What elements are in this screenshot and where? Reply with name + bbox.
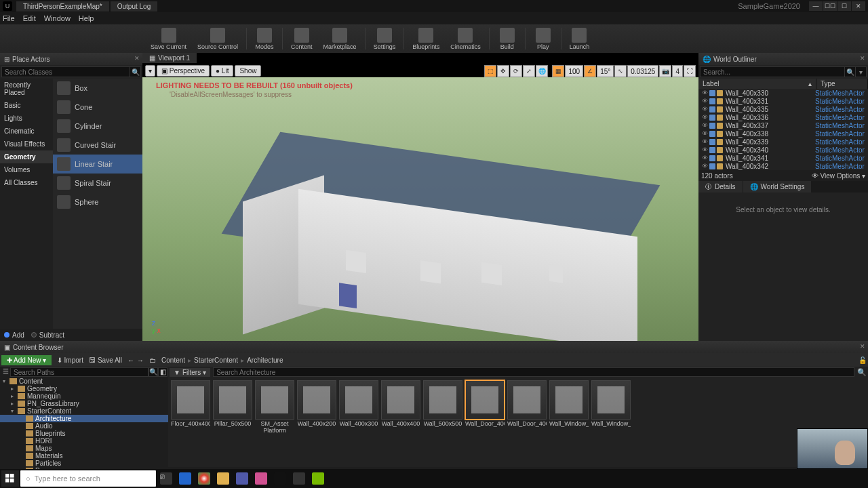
tree-maps[interactable]: Maps bbox=[0, 445, 168, 452]
visibility-icon[interactable]: 👁 bbox=[700, 155, 709, 161]
maximize-viewport-icon[interactable]: ⛶ bbox=[684, 65, 696, 77]
taskbar-explorer-icon[interactable] bbox=[214, 470, 232, 487]
tree-search[interactable] bbox=[10, 367, 149, 377]
tree-toggle-icon[interactable]: ☰ bbox=[1, 367, 10, 377]
actor-cone[interactable]: Cone bbox=[53, 98, 142, 117]
filters-button[interactable]: ▼Filters ▾ bbox=[170, 368, 210, 377]
asset-wall-window-400x300[interactable]: Wall_Window_400x300 bbox=[549, 380, 589, 464]
toolbar-launch[interactable]: Launch bbox=[564, 25, 595, 52]
category-all-classes[interactable]: All Classes bbox=[0, 176, 53, 189]
outliner-row[interactable]: 👁Wall_400x342StaticMeshActor bbox=[698, 162, 868, 170]
actor-cylinder[interactable]: Cylinder bbox=[53, 117, 142, 136]
asset-floor-400x400[interactable]: Floor_400x400 bbox=[171, 380, 210, 464]
pin-icon[interactable]: ✕ bbox=[860, 343, 865, 350]
toolbar-build[interactable]: Build bbox=[492, 25, 522, 52]
outliner-options-icon[interactable]: ▾ bbox=[856, 66, 867, 77]
visibility-icon[interactable]: 👁 bbox=[700, 130, 709, 137]
viewport-tab[interactable]: ▦ Viewport 1 bbox=[142, 53, 197, 63]
add-mode[interactable]: Add bbox=[12, 331, 24, 339]
actor-box[interactable]: Box bbox=[53, 79, 142, 98]
transform-rotate-icon[interactable]: ⟳ bbox=[510, 65, 522, 77]
viewport-3d-scene[interactable]: LIGHTING NEEDS TO BE REBUILT (160 unbuil… bbox=[142, 77, 698, 341]
minimize-button[interactable]: — bbox=[809, 1, 823, 11]
outliner-row[interactable]: 👁Wall_400x330StaticMeshActor bbox=[698, 89, 868, 97]
tab-details[interactable]: 🛈Details bbox=[698, 181, 743, 192]
transform-scale-icon[interactable]: ⤢ bbox=[523, 65, 535, 77]
viewport[interactable]: ▦ Viewport 1 ▾ ▣ Perspective ● Lit Show … bbox=[142, 53, 698, 341]
camera-speed-icon[interactable]: 📷 bbox=[659, 65, 671, 77]
actor-curved-stair[interactable]: Curved Stair bbox=[53, 136, 142, 155]
transform-move-icon[interactable]: ✥ bbox=[497, 65, 509, 77]
visibility-icon[interactable]: 👁 bbox=[700, 114, 709, 121]
search-icon[interactable]: 🔍 bbox=[845, 66, 856, 77]
toolbar-blueprints[interactable]: Blueprints bbox=[407, 25, 445, 52]
close-button[interactable]: ✕ bbox=[852, 1, 865, 11]
taskbar-search[interactable]: ○ Type here to search bbox=[20, 470, 156, 487]
start-button[interactable] bbox=[1, 470, 19, 487]
outliner-columns[interactable]: Label▴ Type bbox=[698, 79, 868, 89]
nav-back-icon[interactable]: ← bbox=[127, 357, 134, 364]
asset-wall-500x500[interactable]: Wall_500x500 bbox=[423, 380, 462, 464]
pin-icon[interactable]: ✕ bbox=[860, 55, 865, 62]
grid-snap-value[interactable]: 100 bbox=[565, 65, 583, 77]
visibility-icon[interactable]: 👁 bbox=[700, 146, 709, 153]
outliner-search[interactable] bbox=[700, 66, 845, 77]
asset-pillar-50x500[interactable]: Pillar_50x500 bbox=[213, 380, 252, 464]
asset-wall-400x300[interactable]: Wall_400x300 bbox=[339, 380, 378, 464]
editor-tab-output[interactable]: Output Log bbox=[111, 1, 157, 12]
camera-speed-value[interactable]: 4 bbox=[672, 65, 683, 77]
outliner-row[interactable]: 👁Wall_400x335StaticMeshActor bbox=[698, 105, 868, 113]
actor-sphere[interactable]: Sphere bbox=[53, 192, 142, 211]
outliner-row[interactable]: 👁Wall_400x338StaticMeshActor bbox=[698, 129, 868, 138]
category-volumes[interactable]: Volumes bbox=[0, 163, 53, 176]
category-recently-placed[interactable]: Recently Placed bbox=[0, 79, 53, 99]
asset-wall-400x400[interactable]: Wall_400x400 bbox=[381, 380, 420, 464]
taskbar-nvidia-icon[interactable] bbox=[309, 470, 327, 487]
expand-icon[interactable]: ▸ bbox=[11, 386, 18, 392]
transform-select-icon[interactable]: ⬚ bbox=[484, 65, 496, 77]
visibility-icon[interactable]: 👁 bbox=[700, 89, 709, 96]
toolbar-save-current[interactable]: Save Current bbox=[145, 25, 192, 52]
asset-wall-door-400x400[interactable]: Wall_Door_400x400 bbox=[507, 380, 547, 464]
expand-icon[interactable]: ▸ bbox=[11, 393, 18, 399]
outliner-row[interactable]: 👁Wall_400x341StaticMeshActor bbox=[698, 154, 868, 162]
taskbar-app3-icon[interactable] bbox=[290, 470, 308, 487]
editor-tab-map[interactable]: ThirdPersonExampleMap* bbox=[16, 1, 109, 12]
tree-content[interactable]: ▾Content bbox=[0, 378, 168, 385]
tree-mannequin[interactable]: ▸Mannequin bbox=[0, 392, 168, 400]
toolbar-cinematics[interactable]: Cinematics bbox=[445, 25, 486, 52]
tree-architecture[interactable]: Architecture bbox=[0, 415, 168, 422]
expand-icon[interactable]: ▾ bbox=[3, 378, 9, 384]
asset-search[interactable] bbox=[213, 367, 854, 377]
breadcrumb-content[interactable]: Content bbox=[161, 357, 185, 364]
search-icon[interactable]: 🔍 bbox=[149, 367, 158, 377]
add-new-button[interactable]: ✚ Add New ▾ bbox=[1, 355, 52, 365]
maximize-button[interactable]: ☐☐ bbox=[823, 1, 837, 11]
toolbar-play[interactable]: Play bbox=[528, 25, 558, 52]
outliner-viewopts[interactable]: 👁 View Options ▾ bbox=[812, 172, 865, 180]
menu-edit[interactable]: Edit bbox=[23, 14, 36, 22]
toolbar-source-control[interactable]: Source Control bbox=[192, 25, 243, 52]
taskbar-app2-icon[interactable] bbox=[252, 470, 270, 487]
visibility-icon[interactable]: 👁 bbox=[700, 138, 709, 145]
outliner-row[interactable]: 👁Wall_400x331StaticMeshActor bbox=[698, 97, 868, 105]
outliner-row[interactable]: 👁Wall_400x336StaticMeshActor bbox=[698, 113, 868, 121]
taskbar-teams-icon[interactable] bbox=[233, 470, 251, 487]
asset-wall-door-400x300[interactable]: Wall_Door_400x300 bbox=[465, 380, 505, 464]
actor-spiral-stair[interactable]: Spiral Stair bbox=[53, 174, 142, 192]
menu-file[interactable]: File bbox=[3, 14, 15, 22]
save-all-button[interactable]: 🖫 Save All bbox=[89, 357, 122, 364]
pin-icon[interactable]: ✕ bbox=[134, 55, 140, 62]
category-geometry[interactable]: Geometry bbox=[0, 150, 53, 163]
visibility-icon[interactable]: 👁 bbox=[700, 98, 709, 104]
tree-audio[interactable]: Audio bbox=[0, 422, 168, 430]
viewport-lit[interactable]: ● Lit bbox=[211, 65, 233, 77]
viewport-perspective[interactable]: ▣ Perspective bbox=[157, 65, 210, 77]
scale-snap-value[interactable]: 0.03125 bbox=[627, 65, 658, 77]
menu-help[interactable]: Help bbox=[79, 14, 94, 22]
category-basic[interactable]: Basic bbox=[0, 99, 53, 112]
visibility-icon[interactable]: 👁 bbox=[700, 122, 709, 129]
coord-space-icon[interactable]: 🌐 bbox=[536, 65, 548, 77]
visibility-icon[interactable]: 👁 bbox=[700, 163, 709, 169]
place-actors-search[interactable] bbox=[1, 66, 130, 77]
